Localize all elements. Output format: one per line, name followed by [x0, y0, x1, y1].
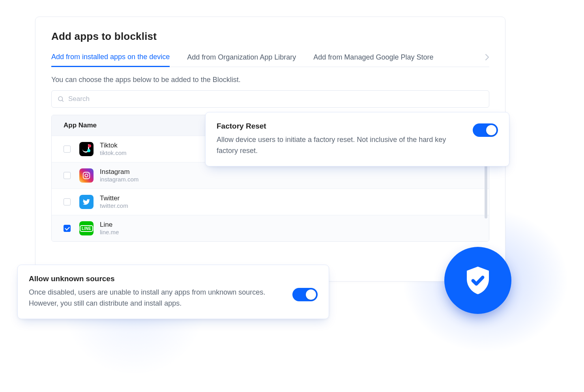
search-icon: [57, 95, 64, 103]
table-row[interactable]: LINE Line line.me: [52, 215, 489, 241]
svg-point-0: [58, 97, 63, 101]
dialog-description: You can choose the apps below to be adde…: [51, 76, 489, 84]
twitter-icon: [79, 195, 94, 209]
unknown-sources-toggle[interactable]: [292, 288, 318, 301]
row-checkbox[interactable]: [64, 225, 71, 232]
security-badge: [444, 247, 511, 314]
table-row[interactable]: Twitter twitter.com: [52, 189, 489, 215]
line-icon: LINE: [79, 221, 94, 235]
dialog-title: Add apps to blocklist: [51, 30, 489, 43]
unknown-sources-description: Once disabled, users are unable to insta…: [29, 287, 282, 309]
shield-check-icon: [461, 264, 494, 297]
factory-reset-toggle[interactable]: [473, 123, 498, 137]
chevron-right-icon: [485, 54, 489, 61]
tabs-scroll-right[interactable]: [485, 54, 489, 63]
search-input[interactable]: [68, 91, 483, 107]
svg-point-3: [85, 174, 88, 177]
app-domain: twitter.com: [100, 202, 128, 210]
app-domain: instagram.com: [100, 176, 139, 183]
row-checkbox[interactable]: [64, 198, 71, 205]
tabs: Add from installed apps on the device Ad…: [51, 53, 489, 67]
svg-rect-2: [83, 172, 90, 179]
unknown-sources-title: Allow unknown sources: [29, 274, 282, 283]
instagram-icon: [79, 168, 94, 183]
unknown-sources-card: Allow unknown sources Once disabled, use…: [17, 265, 329, 319]
factory-reset-card: Factory Reset Allow device users to init…: [205, 112, 509, 166]
app-name: Instagram: [100, 168, 139, 176]
app-text: Instagram instagram.com: [100, 168, 139, 183]
factory-reset-description: Allow device users to initiate a factory…: [217, 134, 462, 157]
app-domain: line.me: [100, 229, 119, 236]
row-checkbox[interactable]: [64, 146, 71, 153]
app-text: Twitter twitter.com: [100, 194, 128, 210]
app-name: Tiktok: [100, 141, 127, 149]
app-domain: tiktok.com: [100, 149, 127, 157]
search-field[interactable]: [51, 90, 489, 108]
line-glyph: LINE: [80, 225, 93, 232]
app-name: Twitter: [100, 194, 128, 202]
tab-org-library[interactable]: Add from Organization App Library: [187, 53, 296, 66]
svg-line-1: [62, 100, 63, 101]
factory-reset-title: Factory Reset: [217, 122, 462, 131]
tiktok-icon: [79, 142, 94, 156]
app-text: Line line.me: [100, 220, 119, 236]
row-checkbox[interactable]: [64, 172, 71, 179]
app-text: Tiktok tiktok.com: [100, 141, 127, 157]
tab-installed-apps[interactable]: Add from installed apps on the device: [51, 53, 170, 67]
svg-point-4: [88, 173, 89, 174]
app-name: Line: [100, 220, 119, 229]
tab-play-store[interactable]: Add from Managed Google Play Store: [313, 53, 433, 66]
